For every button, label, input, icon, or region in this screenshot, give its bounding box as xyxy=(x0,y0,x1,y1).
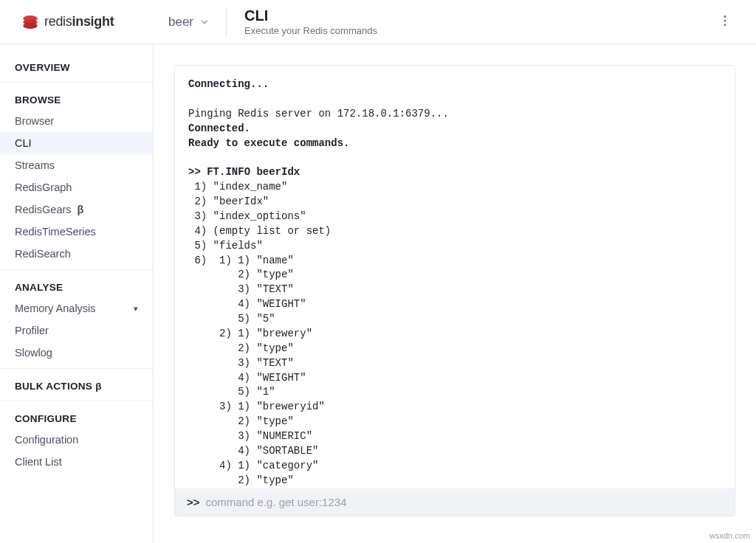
svg-point-4 xyxy=(724,20,726,22)
cli-line: 5) "1" xyxy=(188,386,275,398)
sidebar: OVERVIEW BROWSE Browser CLI Streams Redi… xyxy=(0,44,154,543)
database-name: beer xyxy=(168,15,193,30)
cli-connected: Connected. xyxy=(188,122,250,134)
page-heading: CLI Execute your Redis commands xyxy=(233,7,377,36)
cli-line: 2) 1) "brewery" xyxy=(188,328,312,339)
sidebar-item-label: RedisTimeSeries xyxy=(15,226,96,238)
cli-line: 4) "SORTABLE" xyxy=(188,445,318,457)
cli-line: 4) "WEIGHT" xyxy=(188,298,306,310)
cli-line: 2) "type" xyxy=(188,342,294,354)
svg-point-5 xyxy=(724,24,726,26)
sidebar-section-browse: BROWSE xyxy=(0,87,153,110)
sidebar-item-label: Streams xyxy=(15,159,55,171)
vertical-divider xyxy=(226,7,227,37)
cli-line: 3) "TEXT" xyxy=(188,283,294,295)
cli-input[interactable] xyxy=(206,496,723,508)
sidebar-item-configuration[interactable]: Configuration xyxy=(0,429,153,451)
svg-point-3 xyxy=(724,15,726,18)
cli-line: 2) "type" xyxy=(188,269,294,280)
cli-line: 5) "fields" xyxy=(188,240,263,252)
database-selector[interactable]: beer xyxy=(155,7,226,37)
sidebar-item-label: RedisGraph xyxy=(15,181,72,193)
sidebar-item-streams[interactable]: Streams xyxy=(0,154,153,176)
cli-cmd-prefix: >> xyxy=(188,166,207,178)
chevron-down-icon xyxy=(199,17,210,27)
sidebar-item-label: Configuration xyxy=(15,434,78,446)
sidebar-item-redistimeseries[interactable]: RedisTimeSeries xyxy=(0,221,153,243)
sidebar-item-label: RediSearch xyxy=(15,248,71,260)
sidebar-section-overview[interactable]: OVERVIEW xyxy=(0,55,153,77)
page-title: CLI xyxy=(244,7,377,24)
cli-ping-line: Pinging Redis server on 172.18.0.1:6379.… xyxy=(188,108,449,120)
cli-line: 2) "type" xyxy=(188,474,294,486)
cli-line: 2) "type" xyxy=(188,415,294,427)
sidebar-item-label: Slowlog xyxy=(15,347,52,359)
brand-logo[interactable]: redisinsight xyxy=(21,13,155,32)
cli-line: 3) "TEXT" xyxy=(188,357,294,369)
redis-logo-icon xyxy=(21,13,40,32)
cli-line: 4) 1) "category" xyxy=(188,460,318,471)
sidebar-item-redisearch[interactable]: RediSearch xyxy=(0,243,153,265)
cli-line: 5) "5" xyxy=(188,313,275,325)
top-bar: redisinsight beer CLI Execute your Redis… xyxy=(0,0,756,44)
sidebar-item-browser[interactable]: Browser xyxy=(0,110,153,132)
sidebar-item-label: RedisGears xyxy=(15,204,72,215)
sidebar-section-analyse: ANALYSE xyxy=(0,274,153,297)
page-subtitle: Execute your Redis commands xyxy=(244,25,377,36)
sidebar-item-slowlog[interactable]: Slowlog xyxy=(0,342,153,364)
sidebar-section-configure: CONFIGURE xyxy=(0,406,153,429)
beta-badge: β xyxy=(95,381,102,392)
cli-line: 3) "NUMERIC" xyxy=(188,430,312,442)
svg-point-2 xyxy=(23,22,38,28)
sidebar-item-client-list[interactable]: Client List xyxy=(0,451,153,473)
cli-input-prompt: >> xyxy=(187,496,200,508)
cli-line: 3) 1) "breweryid" xyxy=(188,401,325,412)
sidebar-section-bulk-actions[interactable]: BULK ACTIONS β xyxy=(0,373,153,396)
cli-line: 4) (empty list or set) xyxy=(188,225,331,237)
sidebar-item-label: Browser xyxy=(15,115,54,127)
sidebar-item-memory-analysis[interactable]: Memory Analysis ▾ xyxy=(0,297,153,319)
cli-line: 2) "beerIdx" xyxy=(188,196,269,207)
sidebar-item-label: Client List xyxy=(15,456,62,468)
cli-line: 4) "WEIGHT" xyxy=(188,372,306,384)
beta-badge: β xyxy=(78,204,84,215)
cli-line: 6) 1) 1) "name" xyxy=(188,255,294,266)
sidebar-item-label: Profiler xyxy=(15,325,49,336)
content-pane: Connecting... Pinging Redis server on 17… xyxy=(154,44,756,543)
sidebar-item-label: Memory Analysis xyxy=(15,302,96,314)
sidebar-item-profiler[interactable]: Profiler xyxy=(0,319,153,342)
main-area: OVERVIEW BROWSE Browser CLI Streams Redi… xyxy=(0,44,756,543)
brand-name: redisinsight xyxy=(44,14,114,30)
sidebar-item-cli[interactable]: CLI xyxy=(0,132,153,154)
cli-output[interactable]: Connecting... Pinging Redis server on 17… xyxy=(175,66,735,488)
cli-line: 3) "index_options" xyxy=(188,210,306,222)
watermark: wsxdn.com xyxy=(708,531,752,540)
kebab-icon xyxy=(718,13,732,28)
sidebar-item-redisgraph[interactable]: RedisGraph xyxy=(0,176,153,198)
more-menu-button[interactable] xyxy=(712,7,738,36)
caret-down-icon: ▾ xyxy=(134,304,138,314)
cli-panel: Connecting... Pinging Redis server on 17… xyxy=(174,65,735,516)
sidebar-item-label: CLI xyxy=(15,137,32,149)
sidebar-section-label: BULK ACTIONS xyxy=(15,381,92,392)
sidebar-item-redisgears[interactable]: RedisGears β xyxy=(0,198,153,221)
cli-ready: Ready to execute commands. xyxy=(188,137,349,149)
cli-input-bar: >> xyxy=(175,488,735,516)
cli-command: FT.INFO beerIdx xyxy=(207,166,300,178)
cli-connecting: Connecting... xyxy=(188,78,269,90)
cli-line: 1) "index_name" xyxy=(188,181,287,193)
